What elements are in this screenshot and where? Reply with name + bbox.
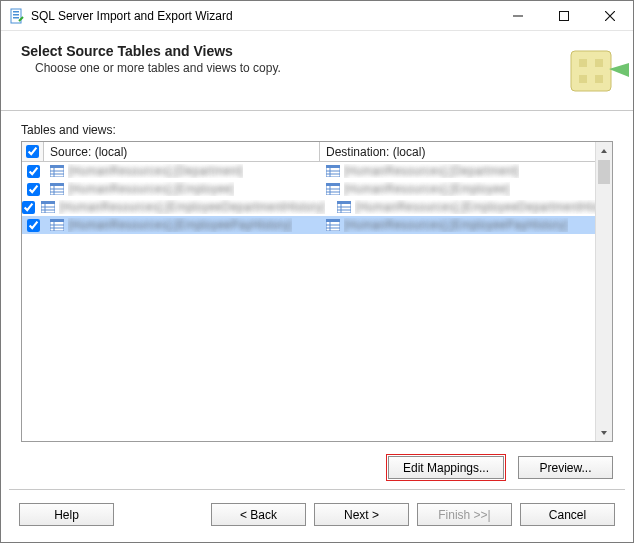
preview-button[interactable]: Preview... — [518, 456, 613, 479]
svg-rect-41 — [50, 219, 64, 222]
row-source-text: [HumanResources].[Employee] — [68, 182, 234, 196]
svg-rect-4 — [513, 15, 523, 16]
select-all-checkbox[interactable] — [22, 142, 44, 161]
scroll-down-icon[interactable] — [596, 424, 612, 441]
row-destination-text: [HumanResources].[EmployeeDepartmentHist… — [355, 200, 595, 214]
row-checkbox[interactable] — [22, 180, 44, 198]
table-icon — [326, 219, 340, 231]
svg-rect-36 — [337, 201, 351, 204]
help-button[interactable]: Help — [19, 503, 114, 526]
row-source-cell: [HumanResources].[EmployeePayHistory] — [44, 216, 320, 234]
wizard-icon — [563, 41, 633, 101]
row-destination-text: [HumanResources].[EmployeePayHistory] — [344, 218, 568, 232]
row-source-text: [HumanResources].[EmployeeDepartmentHist… — [59, 200, 325, 214]
svg-rect-26 — [326, 183, 340, 186]
grid-rows: [HumanResources].[Department][HumanResou… — [22, 162, 595, 441]
row-checkbox[interactable] — [22, 216, 44, 234]
finish-button[interactable]: Finish >>| — [417, 503, 512, 526]
table-row[interactable]: [HumanResources].[Department][HumanResou… — [22, 162, 595, 180]
svg-rect-1 — [13, 11, 19, 13]
column-header-destination[interactable]: Destination: (local) — [320, 142, 595, 161]
grid-action-buttons: Edit Mappings... Preview... — [1, 446, 633, 485]
row-destination-text: [HumanResources].[Employee] — [344, 182, 510, 196]
window-title: SQL Server Import and Export Wizard — [31, 9, 233, 23]
row-destination-text: [HumanResources].[Department] — [344, 164, 519, 178]
grid-header: Source: (local) Destination: (local) — [22, 142, 595, 162]
vertical-scrollbar[interactable] — [595, 142, 612, 441]
row-source-cell: [HumanResources].[EmployeeDepartmentHist… — [35, 198, 331, 216]
svg-rect-46 — [326, 219, 340, 222]
row-source-text: [HumanResources].[EmployeePayHistory] — [68, 218, 292, 232]
svg-rect-3 — [13, 17, 19, 19]
tables-grid: Source: (local) Destination: (local) [Hu… — [21, 141, 613, 442]
table-icon — [337, 201, 351, 213]
row-checkbox[interactable] — [22, 198, 35, 216]
row-destination-cell: [HumanResources].[Department] — [320, 162, 596, 180]
tables-label: Tables and views: — [21, 123, 613, 137]
table-icon — [50, 165, 64, 177]
page-title: Select Source Tables and Views — [21, 43, 613, 59]
table-icon — [50, 183, 64, 195]
minimize-button[interactable] — [495, 1, 541, 30]
wizard-body: Tables and views: Source: (local) Destin… — [1, 111, 633, 446]
row-source-text: [HumanResources].[Department] — [68, 164, 243, 178]
wizard-header: Select Source Tables and Views Choose on… — [1, 31, 633, 111]
column-header-source[interactable]: Source: (local) — [44, 142, 320, 161]
table-icon — [326, 183, 340, 195]
row-destination-cell: [HumanResources].[EmployeePayHistory] — [320, 216, 596, 234]
table-icon — [41, 201, 55, 213]
svg-rect-2 — [13, 14, 19, 16]
row-destination-cell: [HumanResources].[Employee] — [320, 180, 596, 198]
page-subtitle: Choose one or more tables and views to c… — [35, 61, 613, 75]
svg-rect-5 — [560, 11, 569, 20]
close-button[interactable] — [587, 1, 633, 30]
scroll-thumb[interactable] — [598, 160, 610, 184]
table-row[interactable]: [HumanResources].[EmployeeDepartmentHist… — [22, 198, 595, 216]
next-button[interactable]: Next > — [314, 503, 409, 526]
svg-rect-31 — [41, 201, 55, 204]
row-destination-cell: [HumanResources].[EmployeeDepartmentHist… — [331, 198, 595, 216]
row-source-cell: [HumanResources].[Employee] — [44, 180, 320, 198]
wizard-footer: Help < Back Next > Finish >>| Cancel — [1, 490, 633, 542]
window-controls — [495, 1, 633, 30]
svg-rect-21 — [50, 183, 64, 186]
row-checkbox[interactable] — [22, 162, 44, 180]
table-row[interactable]: [HumanResources].[Employee][HumanResourc… — [22, 180, 595, 198]
scroll-up-icon[interactable] — [596, 142, 612, 159]
svg-rect-11 — [50, 165, 64, 168]
app-icon — [9, 8, 25, 24]
svg-rect-16 — [326, 165, 340, 168]
cancel-button[interactable]: Cancel — [520, 503, 615, 526]
row-source-cell: [HumanResources].[Department] — [44, 162, 320, 180]
back-button[interactable]: < Back — [211, 503, 306, 526]
table-icon — [326, 165, 340, 177]
table-icon — [50, 219, 64, 231]
svg-rect-9 — [577, 67, 605, 75]
titlebar: SQL Server Import and Export Wizard — [1, 1, 633, 31]
edit-mappings-button[interactable]: Edit Mappings... — [388, 456, 504, 479]
table-row[interactable]: [HumanResources].[EmployeePayHistory][Hu… — [22, 216, 595, 234]
maximize-button[interactable] — [541, 1, 587, 30]
